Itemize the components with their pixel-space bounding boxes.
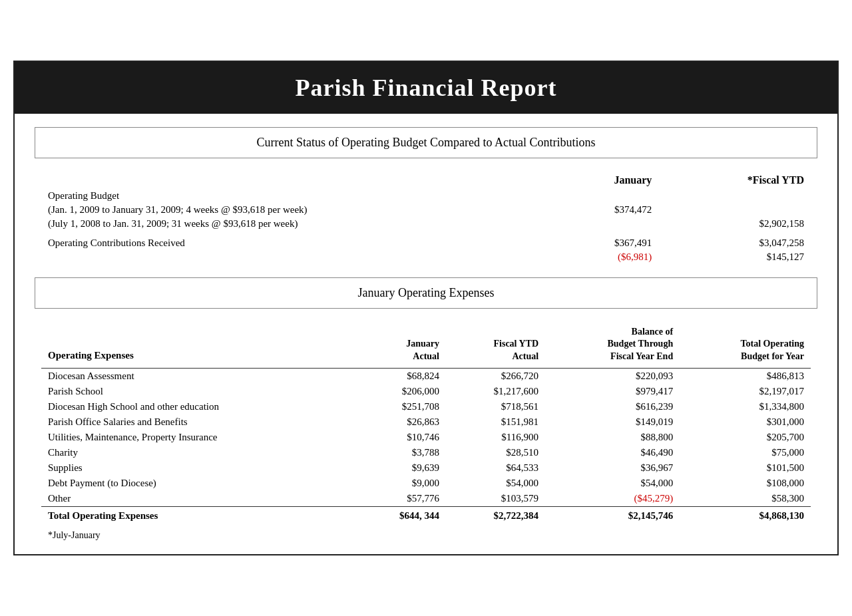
expense-name: Debt Payment (to Diocese): [41, 476, 355, 491]
expenses-section: Operating Expenses JanuaryActual Fiscal …: [35, 322, 817, 541]
expense-total: $486,813: [680, 368, 811, 384]
expense-total: $58,300: [680, 491, 811, 507]
expense-jan-actual: $26,863: [355, 414, 446, 430]
expense-balance: $46,490: [545, 445, 680, 460]
expense-row: Supplies $9,639 $64,533 $36,967 $101,500: [41, 460, 811, 476]
expense-row: Diocesan High School and other education…: [41, 399, 811, 414]
expense-row: Charity $3,788 $28,510 $46,490 $75,000: [41, 445, 811, 460]
expenses-col-balance-header: Balance ofBudget ThroughFiscal Year End: [545, 322, 680, 368]
expense-fiscal-ytd: $103,579: [446, 491, 545, 507]
operating-budget-label: Operating Budget: [41, 189, 507, 203]
expense-balance: $54,000: [545, 476, 680, 491]
operating-budget-line1: (Jan. 1, 2009 to January 31, 2009; 4 wee…: [41, 203, 507, 217]
contributions-section-title: Current Status of Operating Budget Compa…: [35, 127, 817, 158]
main-content: Current Status of Operating Budget Compa…: [15, 114, 837, 554]
expense-name: Supplies: [41, 460, 355, 476]
expense-fiscal-ytd: $64,533: [446, 460, 545, 476]
operating-budget-line2-ytd: $2,902,158: [658, 217, 811, 231]
expense-row: Parish School $206,000 $1,217,600 $979,4…: [41, 384, 811, 399]
report-header: Parish Financial Report: [15, 62, 837, 114]
footnote: *July-January: [41, 530, 811, 541]
expense-name: Diocesan Assessment: [41, 368, 355, 384]
expense-jan-actual: $3,788: [355, 445, 446, 460]
expense-row: Other $57,776 $103,579 ($45,279) $58,300: [41, 491, 811, 507]
contributions-table: January *Fiscal YTD Operating Budget (Ja…: [41, 172, 811, 264]
expense-total: $108,000: [680, 476, 811, 491]
expense-jan-actual: $10,746: [355, 430, 446, 445]
expense-name: Other: [41, 491, 355, 507]
contributions-received-label: Operating Contributions Received: [41, 236, 507, 250]
expense-balance: $979,417: [545, 384, 680, 399]
expense-balance: $220,093: [545, 368, 680, 384]
expense-fiscal-ytd: $1,217,600: [446, 384, 545, 399]
expense-jan-actual: $9,639: [355, 460, 446, 476]
expense-total: $2,197,017: [680, 384, 811, 399]
expense-total: $75,000: [680, 445, 811, 460]
operating-budget-line1-jan: $374,472: [507, 203, 659, 217]
contributions-section: January *Fiscal YTD Operating Budget (Ja…: [35, 172, 817, 264]
expense-total: $205,700: [680, 430, 811, 445]
expense-total: $301,000: [680, 414, 811, 430]
expense-row: Parish Office Salaries and Benefits $26,…: [41, 414, 811, 430]
total-expenses-ytd: $2,722,384: [446, 506, 545, 524]
total-expenses-label: Total Operating Expenses: [41, 506, 355, 524]
contributions-ytd-diff: $145,127: [658, 250, 811, 264]
expense-balance: $88,800: [545, 430, 680, 445]
expense-jan-actual: $68,824: [355, 368, 446, 384]
expense-name: Diocesan High School and other education: [41, 399, 355, 414]
contributions-col-ytd-header: *Fiscal YTD: [658, 172, 811, 189]
contributions-jan: $367,491: [507, 236, 659, 250]
expense-total: $1,334,800: [680, 399, 811, 414]
expense-balance: $36,967: [545, 460, 680, 476]
contributions-col-january-header: January: [507, 172, 659, 189]
expenses-col-jan-header: JanuaryActual: [355, 322, 446, 368]
expense-row: Debt Payment (to Diocese) $9,000 $54,000…: [41, 476, 811, 491]
expense-jan-actual: $251,708: [355, 399, 446, 414]
expense-fiscal-ytd: $28,510: [446, 445, 545, 460]
expense-fiscal-ytd: $151,981: [446, 414, 545, 430]
expense-balance: ($45,279): [545, 491, 680, 507]
operating-budget-line1-row: (Jan. 1, 2009 to January 31, 2009; 4 wee…: [41, 203, 811, 217]
expenses-table: Operating Expenses JanuaryActual Fiscal …: [41, 322, 811, 524]
report-title: Parish Financial Report: [28, 74, 824, 102]
contributions-jan-diff: ($6,981): [507, 250, 659, 264]
expense-name: Utilities, Maintenance, Property Insuran…: [41, 430, 355, 445]
expenses-col-total-header: Total OperatingBudget for Year: [680, 322, 811, 368]
expense-name: Parish Office Salaries and Benefits: [41, 414, 355, 430]
operating-budget-line2: (July 1, 2008 to Jan. 31, 2009; 31 weeks…: [41, 217, 507, 231]
total-expenses-jan: $644, 344: [355, 506, 446, 524]
contributions-diff-row: ($6,981) $145,127: [41, 250, 811, 264]
contributions-ytd: $3,047,258: [658, 236, 811, 250]
contributions-received-row: Operating Contributions Received $367,49…: [41, 236, 811, 250]
report-container: Parish Financial Report Current Status o…: [13, 61, 839, 555]
expense-fiscal-ytd: $718,561: [446, 399, 545, 414]
total-expenses-row: Total Operating Expenses $644, 344 $2,72…: [41, 506, 811, 524]
expense-fiscal-ytd: $116,900: [446, 430, 545, 445]
expense-row: Diocesan Assessment $68,824 $266,720 $22…: [41, 368, 811, 384]
expense-balance: $616,239: [545, 399, 680, 414]
expenses-section-title: January Operating Expenses: [35, 277, 817, 309]
expenses-col-name-header: Operating Expenses: [41, 322, 355, 368]
expense-row: Utilities, Maintenance, Property Insuran…: [41, 430, 811, 445]
expense-jan-actual: $9,000: [355, 476, 446, 491]
total-expenses-balance: $2,145,746: [545, 506, 680, 524]
expense-jan-actual: $206,000: [355, 384, 446, 399]
contributions-col-label-header: [41, 172, 507, 189]
expense-total: $101,500: [680, 460, 811, 476]
expenses-col-ytd-header: Fiscal YTDActual: [446, 322, 545, 368]
expense-name: Charity: [41, 445, 355, 460]
expense-fiscal-ytd: $54,000: [446, 476, 545, 491]
operating-budget-label-row: Operating Budget: [41, 189, 811, 203]
expense-name: Parish School: [41, 384, 355, 399]
expense-jan-actual: $57,776: [355, 491, 446, 507]
operating-budget-line2-row: (July 1, 2008 to Jan. 31, 2009; 31 weeks…: [41, 217, 811, 231]
expenses-header-row: Operating Expenses JanuaryActual Fiscal …: [41, 322, 811, 368]
total-expenses-total: $4,868,130: [680, 506, 811, 524]
expense-balance: $149,019: [545, 414, 680, 430]
expense-fiscal-ytd: $266,720: [446, 368, 545, 384]
